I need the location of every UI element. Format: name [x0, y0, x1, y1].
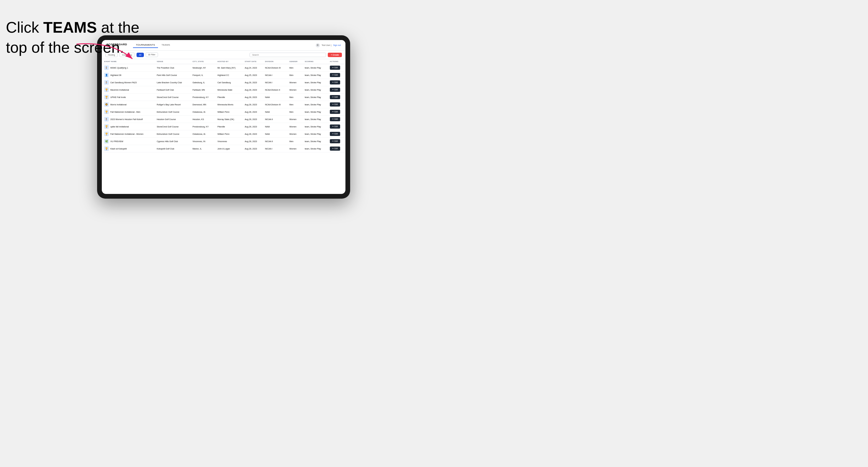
table-row: 🏆 Fall Statesmen Invitational - Men Edmu…	[102, 108, 345, 116]
cell-event-name-8: 🏆 upike fall invitational	[102, 123, 154, 130]
edit-btn-11[interactable]: ✏ Edit	[330, 147, 340, 151]
event-icon-10: 🌿	[104, 139, 109, 144]
table-row: 🏆 Maverick Invitational Faribault Golf C…	[102, 86, 345, 94]
instruction-text: Click TEAMS at the top of the screen.	[6, 18, 140, 57]
event-name-7: 2023 Women's Hesston Fall Kickoff	[110, 118, 143, 120]
cell-city-1: Freeport, IL	[190, 71, 215, 79]
cell-actions-5: ✏ Edit	[328, 101, 345, 108]
event-icon-9: 🏆	[104, 131, 109, 136]
edit-btn-5[interactable]: ✏ Edit	[330, 102, 340, 106]
edit-btn-9[interactable]: ✏ Edit	[330, 132, 340, 136]
cell-venue-1: Park Hills Golf Course	[154, 71, 190, 79]
col-scoring: SCORING	[303, 59, 328, 64]
table-row: 🌿 VU PREVIEW Cypress Hills Golf Club Vin…	[102, 138, 345, 145]
col-event-name: EVENT NAME	[102, 59, 154, 64]
filter-icon-btn[interactable]: ⊞ Filter	[146, 52, 158, 57]
cell-start-date-7: Aug 28, 2023	[243, 116, 263, 123]
event-icon-2: 🏌	[104, 80, 109, 85]
cell-city-6: Oskaloosa, IA	[190, 108, 215, 116]
signout-link[interactable]: Sign out	[333, 44, 341, 46]
cell-scoring-3: team, Stroke Play	[303, 86, 328, 94]
cell-event-name-0: 🏌 MSMC Qualifying 1	[102, 64, 154, 71]
edit-btn-1[interactable]: ✏ Edit	[330, 73, 340, 77]
cell-actions-9: ✏ Edit	[328, 130, 345, 138]
cell-division-10: NICAA II	[263, 138, 287, 145]
cell-city-0: Newburgh, NY	[190, 64, 215, 71]
cell-hosted-by-4: Pikeville	[215, 94, 243, 101]
event-icon-0: 🏌	[104, 65, 109, 70]
cell-scoring-6: team, Stroke Play	[303, 108, 328, 116]
table-row: 🏌 Carl Sandburg Women FA23 Lake Bracken …	[102, 79, 345, 86]
event-icon-4: 🏆	[104, 95, 109, 99]
cell-venue-0: The Powelton Club	[154, 64, 190, 71]
cell-gender-9: Women	[287, 130, 303, 138]
col-city-state: CITY, STATE	[190, 59, 215, 64]
cell-event-name-3: 🏆 Maverick Invitational	[102, 86, 154, 94]
cell-actions-11: ✏ Edit	[328, 145, 345, 152]
cell-venue-4: StoneCrest Golf Course	[154, 94, 190, 101]
event-name-1: Highland 36	[110, 74, 121, 76]
cell-division-3: NCAA Division II	[263, 86, 287, 94]
event-name-9: Fall Statesmen Invitational - Women	[110, 133, 143, 135]
table-body: 🏌 MSMC Qualifying 1 The Powelton Club Ne…	[102, 64, 345, 152]
cell-start-date-10: Aug 28, 2023	[243, 138, 263, 145]
event-icon-8: 🏆	[104, 124, 109, 129]
event-icon-3: 🏆	[104, 87, 109, 92]
cell-hosted-by-0: Mt. Saint Mary (NY)	[215, 64, 243, 71]
cell-hosted-by-8: Pikeville	[215, 123, 243, 130]
col-start-date: START DATE	[243, 59, 263, 64]
cell-hosted-by-7: Murray State (OK)	[215, 116, 243, 123]
edit-btn-7[interactable]: ✏ Edit	[330, 117, 340, 121]
event-name-8: upike fall invitational	[110, 126, 129, 128]
user-label: Test User |	[321, 44, 331, 46]
event-icon-11: 🏆	[104, 146, 109, 151]
cell-hosted-by-5: Minnesota-Morris	[215, 101, 243, 108]
edit-btn-8[interactable]: ✏ Edit	[330, 124, 340, 129]
cell-start-date-8: Aug 28, 2023	[243, 123, 263, 130]
create-btn[interactable]: + Create	[328, 53, 342, 57]
cell-event-name-6: 🏆 Fall Statesmen Invitational - Men	[102, 108, 154, 116]
edit-btn-3[interactable]: ✏ Edit	[330, 88, 340, 92]
cell-hosted-by-6: William Penn	[215, 108, 243, 116]
cell-event-name-11: 🏆 Klash at Kokopelli	[102, 145, 154, 152]
table-row: 🏆 Fall Statesmen Invitational - Women Ed…	[102, 130, 345, 138]
cell-scoring-4: team, Stroke Play	[303, 94, 328, 101]
cell-start-date-2: Aug 26, 2023	[243, 79, 263, 86]
cell-scoring-1: team, Stroke Play	[303, 71, 328, 79]
nav-tab-teams[interactable]: TEAMS	[159, 42, 173, 48]
col-venue: VENUE	[154, 59, 190, 64]
edit-btn-0[interactable]: ✏ Edit	[330, 66, 340, 70]
col-division: DIVISION	[263, 59, 287, 64]
cell-city-7: Hesston, KS	[190, 116, 215, 123]
cell-gender-5: Men	[287, 101, 303, 108]
edit-btn-10[interactable]: ✏ Edit	[330, 139, 340, 143]
cell-gender-4: Men	[287, 94, 303, 101]
cell-venue-11: Kokopelli Golf Club	[154, 145, 190, 152]
cell-city-9: Oskaloosa, IA	[190, 130, 215, 138]
cell-division-1: NICAA I	[263, 71, 287, 79]
cell-start-date-6: Aug 28, 2023	[243, 108, 263, 116]
cell-event-name-1: 👤 Highland 36	[102, 71, 154, 79]
event-name-11: Klash at Kokopelli	[110, 148, 127, 150]
cell-venue-6: Edmundson Golf Course	[154, 108, 190, 116]
cell-hosted-by-11: John A Logan	[215, 145, 243, 152]
cell-hosted-by-2: Carl Sandburg	[215, 79, 243, 86]
cell-event-name-7: 🏌 2023 Women's Hesston Fall Kickoff	[102, 116, 154, 123]
cell-division-9: NAIA	[263, 130, 287, 138]
event-name-6: Fall Statesmen Invitational - Men	[110, 111, 141, 113]
cell-actions-4: ✏ Edit	[328, 94, 345, 101]
settings-icon[interactable]: ⚙	[316, 43, 320, 48]
table-row: 🏆 upike fall invitational StoneCrest Gol…	[102, 123, 345, 130]
edit-btn-6[interactable]: ✏ Edit	[330, 110, 340, 114]
cell-city-11: Marion, IL	[190, 145, 215, 152]
cell-actions-7: ✏ Edit	[328, 116, 345, 123]
edit-btn-2[interactable]: ✏ Edit	[330, 80, 340, 85]
table-row: 🏆 UPIKE Fall Invite StoneCrest Golf Cour…	[102, 94, 345, 101]
cell-scoring-8: team, Stroke Play	[303, 123, 328, 130]
cell-actions-1: ✏ Edit	[328, 71, 345, 79]
cell-start-date-1: Aug 25, 2023	[243, 71, 263, 79]
table-header-row: EVENT NAME VENUE CITY, STATE HOSTED BY S…	[102, 59, 345, 64]
edit-btn-4[interactable]: ✏ Edit	[330, 95, 340, 99]
search-input[interactable]	[249, 53, 326, 57]
cell-hosted-by-3: Minnesota State	[215, 86, 243, 94]
